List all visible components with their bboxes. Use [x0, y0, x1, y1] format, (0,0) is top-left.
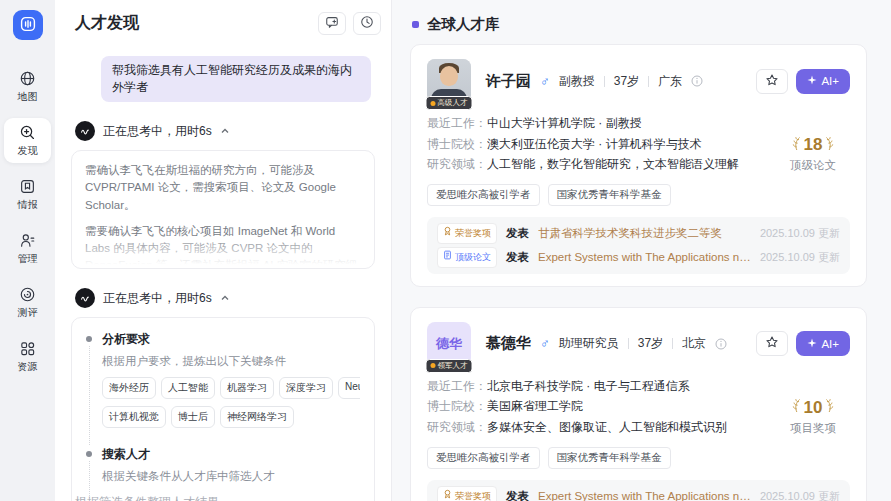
tier-label: 高级人才 [438, 98, 468, 108]
sidebar-item-intel[interactable]: 情报 [4, 172, 51, 217]
event-action: 发表 [506, 249, 529, 266]
event-link[interactable]: 甘肃省科学技术奖科技进步奖二等奖 [538, 225, 722, 242]
thinking-paragraph: 需要确认李飞飞的核心项目如 ImageNet 和 World Labs 的具体内… [85, 223, 361, 269]
honor-tag: 国家优秀青年科学基金 [548, 447, 671, 469]
chat-header: 人才发现 [55, 0, 391, 46]
step-title: 搜索人才 [102, 446, 360, 463]
person-title: 副教授 [559, 73, 595, 90]
stat-value: 18 [804, 135, 823, 155]
person-name[interactable]: 慕德华 [486, 334, 531, 353]
stat-block: 18 顶级论文 [774, 135, 852, 173]
assistant-avatar [75, 288, 95, 308]
event-badge-paper: 顶级论文 [437, 247, 497, 268]
sidebar-item-discover[interactable]: 发现 [4, 118, 51, 163]
info-icon[interactable] [691, 75, 703, 87]
ai-plus-button[interactable]: AI+ [796, 331, 850, 356]
identity-block: 许子园 ♂ 副教授 37岁 广东 [486, 72, 703, 91]
step-bullet [86, 451, 92, 457]
info-label: 最近工作： [427, 379, 487, 395]
event-link[interactable]: Expert Systems with The Applications new… [538, 249, 751, 266]
sidebar: 地图 发现 情报 管理 测评 资源 [0, 0, 55, 501]
card-header: 高级人才 许子园 ♂ 副教授 37岁 广东 [427, 59, 850, 103]
info-value: 中山大学计算机学院 · 副教授 [487, 116, 732, 132]
laurel-right-icon [825, 398, 834, 417]
info-label: 博士院校： [427, 399, 487, 415]
keyword-chips-row-1: 海外经历 人工智能 机器学习 深度学习 NeurIPS [102, 377, 360, 399]
divider [672, 338, 673, 349]
event-badge-label: 顶级论文 [455, 249, 491, 266]
app-root: 地图 发现 情报 管理 测评 资源 人才发现 [0, 0, 891, 501]
sidebar-item-label: 情报 [18, 198, 38, 212]
app-logo[interactable] [13, 10, 43, 40]
page-title: 人才发现 [75, 13, 139, 34]
name-line: 许子园 ♂ 副教授 37岁 广东 [486, 72, 703, 91]
keyword-chip: 深度学习 [279, 377, 333, 399]
laurel-left-icon [792, 398, 801, 417]
history-button[interactable] [353, 12, 381, 35]
tier-dot-icon [431, 363, 436, 368]
user-message-bubble: 帮我筛选具有人工智能研究经历及成果的海内外学者 [101, 56, 371, 102]
info-label: 最近工作： [427, 116, 487, 132]
tier-badge: 高级人才 [426, 96, 473, 110]
chat-tools [318, 12, 381, 35]
ai-plus-label: AI+ [821, 338, 839, 350]
sidebar-item-map[interactable]: 地图 [4, 64, 51, 109]
honor-tags: 爱思唯尔高被引学者 国家优秀青年科学基金 [427, 447, 850, 469]
thinking-status-row-2[interactable]: 正在思考中，用时6s [71, 288, 375, 308]
divider [648, 76, 649, 87]
sidebar-item-assess[interactable]: 测评 [4, 280, 51, 325]
event-date: 2025.10.09 更新 [760, 225, 840, 242]
chat-body: 帮我筛选具有人工智能研究经历及成果的海内外学者 正在思考中，用时6s 需确认李飞… [55, 56, 391, 501]
talent-card[interactable]: 德华 领军人才 慕德华 ♂ 助理研究员 37岁 北京 [410, 307, 867, 501]
talent-card[interactable]: 高级人才 许子园 ♂ 副教授 37岁 广东 [410, 44, 867, 287]
keyword-chips-row-2: 计算机视觉 博士后 神经网络学习 [102, 406, 360, 428]
tier-label: 领军人才 [438, 361, 468, 371]
favorite-button[interactable] [756, 69, 788, 94]
sidebar-item-manage[interactable]: 管理 [4, 226, 51, 271]
sidebar-item-label: 发现 [18, 144, 38, 158]
person-title: 助理研究员 [559, 335, 619, 352]
thinking-status-row-1[interactable]: 正在思考中，用时6s [71, 121, 375, 141]
clock-icon [360, 15, 374, 32]
info-label: 博士院校： [427, 137, 487, 153]
pool-header: 全球人才库 [412, 14, 867, 34]
medal-icon [443, 225, 452, 242]
divider [604, 76, 605, 87]
plan-steps-box: 分析要求 根据用户要求，提炼出以下关键条件 海外经历 人工智能 机器学习 深度学… [71, 317, 375, 501]
info-value: 多媒体安全、图像取证、人工智能和模式识别 [487, 420, 817, 436]
person-name[interactable]: 许子园 [486, 72, 531, 91]
assistant-avatar [75, 121, 95, 141]
section-bullet [412, 21, 419, 28]
event-badge-honor: 荣誉奖项 [437, 223, 497, 244]
step-desc: 根据关键条件从人才库中筛选人才 [102, 469, 360, 484]
step-search: 搜索人才 根据关键条件从人才库中筛选人才 [86, 446, 360, 501]
favorite-button[interactable] [756, 331, 788, 356]
event-badge-label: 荣誉奖项 [455, 488, 491, 501]
chevron-up-icon [220, 126, 230, 136]
avatar-initials: 德华 [436, 335, 462, 353]
keyword-chip: 神经网络学习 [220, 406, 294, 428]
sidebar-item-label: 管理 [18, 252, 38, 266]
intel-icon [19, 178, 36, 195]
info-row-work: 最近工作： 北京电子科技学院 · 电子与工程通信系 [427, 379, 850, 395]
honor-tag: 爱思唯尔高被引学者 [427, 184, 540, 206]
ai-plus-button[interactable]: AI+ [796, 69, 850, 94]
thinking-content-box-1: 需确认李飞飞在斯坦福的研究方向，可能涉及 CVPR/TPAMI 论文，需搜索项目… [71, 150, 375, 269]
chevron-up-icon [220, 293, 230, 303]
manage-icon [19, 232, 36, 249]
event-link[interactable]: Expert Systems with The Applications new… [538, 488, 751, 501]
event-badge-honor: 荣誉奖项 [437, 486, 497, 501]
new-chat-button[interactable] [318, 12, 346, 35]
honor-tags: 爱思唯尔高被引学者 国家优秀青年科学基金 [427, 184, 850, 206]
info-value: 北京电子科技学院 · 电子与工程通信系 [487, 379, 780, 395]
event-action: 发表 [506, 488, 529, 501]
event-action: 发表 [506, 225, 529, 242]
stat-label: 顶级论文 [774, 158, 852, 173]
info-value: 澳大利亚伍伦贡大学 · 计算机科学与技术 [487, 137, 792, 153]
globe-icon [19, 70, 36, 87]
keyword-chip: NeurIPS [338, 377, 360, 399]
male-icon: ♂ [540, 337, 550, 350]
discover-icon [19, 124, 36, 141]
sidebar-item-resource[interactable]: 资源 [4, 334, 51, 379]
info-icon[interactable] [715, 338, 727, 350]
